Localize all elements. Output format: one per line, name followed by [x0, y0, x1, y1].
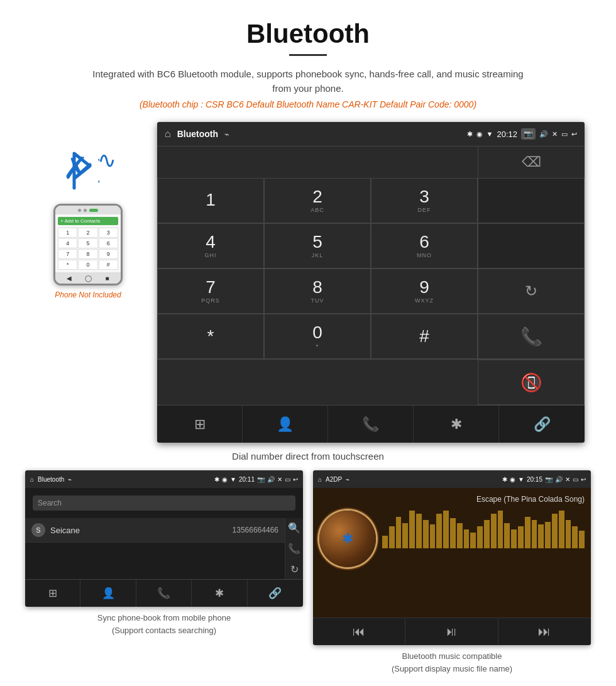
key-8[interactable]: 8 TUV — [264, 268, 371, 314]
pb-back-icon[interactable]: ↩ — [293, 476, 298, 483]
hangup-button[interactable]: 📵 — [478, 360, 585, 405]
nav-bt-btn[interactable]: ✱ — [414, 406, 499, 443]
pb-time: 20:11 — [239, 476, 255, 483]
nav-calls-btn[interactable]: 📞 — [328, 406, 414, 443]
next-btn[interactable]: ⏭ — [498, 618, 591, 645]
title-underline — [289, 54, 327, 56]
phone-key-hash[interactable]: # — [99, 260, 118, 270]
phonebook-caption: Sync phone-book from mobile phone (Suppo… — [97, 612, 231, 636]
pb-vol-icon[interactable]: 🔊 — [267, 476, 275, 483]
bottom-screenshots-section: ⌂ Bluetooth ⌁ ✱ ◉ ▼ 20:11 📷 🔊 ✕ ▭ ↩ — [0, 470, 616, 686]
viz-bar — [552, 514, 558, 548]
music-cam-icon[interactable]: 📷 — [545, 476, 553, 483]
pb-win-icon[interactable]: ▭ — [285, 476, 290, 483]
search-bar[interactable]: Search — [33, 495, 295, 511]
side-call-icon[interactable]: 📞 — [288, 543, 300, 555]
phone-keypad: 1 2 3 4 5 6 7 8 9 * 0 # — [58, 228, 118, 270]
pb-nav-link[interactable]: 🔗 — [248, 580, 303, 607]
pb-nav-calls[interactable]: 📞 — [136, 580, 192, 607]
music-close-icon[interactable]: ✕ — [565, 476, 570, 483]
play-pause-btn[interactable]: ⏯ — [405, 618, 498, 645]
call-button[interactable]: 📞 — [478, 314, 585, 359]
dialer-backspace-btn[interactable]: ⌫ — [478, 147, 585, 178]
signal-icon: ▼ — [487, 130, 493, 138]
bt-music-icon: ✱ — [342, 531, 353, 547]
window-icon[interactable]: ▭ — [561, 130, 568, 138]
pb-nav-contacts[interactable]: 👤 — [80, 580, 136, 607]
phone-back-btn[interactable]: ◀ — [67, 275, 72, 282]
contact-row[interactable]: S Seicane 13566664466 — [25, 518, 285, 543]
phone-key-0[interactable]: 0 — [78, 260, 97, 270]
music-status-right: ✱ ◉ ▼ 20:15 📷 🔊 ✕ ▭ ↩ — [502, 476, 586, 483]
music-usb-icon: ⌁ — [346, 476, 349, 483]
pb-home-icon[interactable]: ⌂ — [30, 476, 34, 483]
pb-status-left: ⌂ Bluetooth ⌁ — [30, 476, 72, 483]
bt-icon-svg — [62, 147, 99, 194]
dialer-empty-1 — [478, 178, 585, 223]
pb-signal-icon: ▼ — [230, 476, 236, 483]
key-9[interactable]: 9 WXYZ — [371, 268, 478, 314]
phone-key-8[interactable]: 8 — [78, 249, 97, 259]
phone-key-7[interactable]: 7 — [58, 249, 77, 259]
music-vol-icon[interactable]: 🔊 — [555, 476, 563, 483]
car-bottom-nav: ⊞ 👤 📞 ✱ 🔗 — [157, 405, 585, 443]
key-0[interactable]: 0 + — [264, 314, 371, 359]
music-content: ✱ — [313, 504, 591, 617]
pb-nav-bt[interactable]: ✱ — [192, 580, 247, 607]
time-display: 20:12 — [497, 130, 517, 139]
music-bt-icon: ✱ — [502, 476, 507, 483]
pb-nav-dialpad[interactable]: ⊞ — [25, 580, 80, 607]
side-search-icon[interactable]: 🔍 — [288, 522, 300, 534]
phone-key-1[interactable]: 1 — [58, 228, 77, 238]
phone-key-9[interactable]: 9 — [99, 249, 118, 259]
pb-cam-icon[interactable]: 📷 — [257, 476, 265, 483]
dialer-input[interactable] — [157, 147, 478, 178]
screen-label: Bluetooth — [177, 129, 218, 139]
reload-btn[interactable]: ↻ — [478, 268, 585, 314]
music-win-icon[interactable]: ▭ — [573, 476, 578, 483]
title-section: Bluetooth Integrated with BC6 Bluetooth … — [0, 0, 616, 116]
back-icon[interactable]: ↩ — [571, 130, 577, 138]
nav-link-btn[interactable]: 🔗 — [499, 406, 585, 443]
key-2[interactable]: 2 ABC — [264, 178, 371, 223]
key-1[interactable]: 1 — [157, 178, 264, 223]
phone-key-4[interactable]: 4 — [58, 238, 77, 248]
key-3[interactable]: 3 DEF — [371, 178, 478, 223]
key-star[interactable]: * — [157, 314, 264, 359]
status-right: ✱ ◉ ▼ 20:12 📷 🔊 ✕ ▭ ↩ — [467, 128, 577, 140]
nav-dialpad-btn[interactable]: ⊞ — [157, 406, 243, 443]
phone-key-2[interactable]: 2 — [78, 228, 97, 238]
key-6[interactable]: 6 MNO — [371, 223, 478, 268]
music-home-icon[interactable]: ⌂ — [318, 476, 322, 483]
key-4[interactable]: 4 GHI — [157, 223, 264, 268]
call-green-icon: 📞 — [520, 326, 542, 347]
key-5[interactable]: 5 JKL — [264, 223, 371, 268]
viz-bar — [402, 523, 408, 548]
prev-btn[interactable]: ⏮ — [313, 618, 405, 645]
side-reload-icon[interactable]: ↻ — [290, 563, 299, 575]
phone-key-5[interactable]: 5 — [78, 238, 97, 248]
viz-bar — [532, 520, 537, 548]
main-screenshot-section: ∿ ✗ +Add to Contacts 1 — [0, 116, 616, 446]
phone-key-star[interactable]: * — [58, 260, 77, 270]
viz-bar — [504, 523, 510, 548]
viz-bar — [423, 520, 429, 548]
phone-recent-btn[interactable]: ■ — [105, 275, 109, 282]
viz-bar — [416, 514, 422, 548]
viz-bar — [525, 517, 531, 548]
nav-contacts-btn[interactable]: 👤 — [243, 406, 328, 443]
home-icon[interactable]: ⌂ — [165, 128, 171, 140]
key-hash[interactable]: # — [371, 314, 478, 359]
phone-key-6[interactable]: 6 — [99, 238, 118, 248]
music-back-icon[interactable]: ↩ — [581, 476, 586, 483]
phone-key-3[interactable]: 3 — [99, 228, 118, 238]
viz-bar — [572, 526, 578, 548]
phone-home-btn[interactable]: ◯ — [85, 275, 92, 282]
key-7[interactable]: 7 PQRS — [157, 268, 264, 314]
close-icon[interactable]: ✕ — [552, 130, 558, 138]
viz-bar — [477, 526, 483, 548]
pb-close-icon[interactable]: ✕ — [277, 476, 282, 483]
camera-icon[interactable]: 📷 — [521, 128, 536, 140]
viz-bar — [436, 514, 442, 548]
volume-icon[interactable]: 🔊 — [539, 130, 548, 138]
